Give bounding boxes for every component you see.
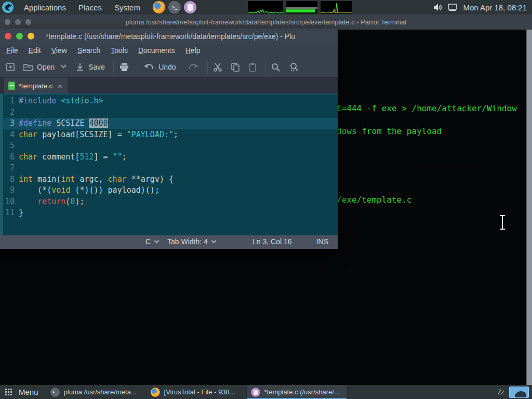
code-text [15,107,19,118]
volume-icon[interactable] [433,2,443,12]
code-line[interactable]: 3#define SCSIZE 4000 [3,118,338,129]
undo-button[interactable]: Undo [143,63,176,71]
terminal-launcher-icon[interactable]: >_ [168,1,181,14]
line-number: 11 [3,207,15,219]
taskbar-task[interactable]: >_pluma /usr/share/meta... [46,385,146,399]
tab-template-c[interactable]: *template.c × [4,78,68,94]
tab-bar: *template.c × [0,77,338,94]
pluma-statusbar: C Tab Width: 4 Ln 3, Col 16 INS [0,235,338,249]
redo-button[interactable] [188,63,199,71]
new-document-button[interactable] [5,62,16,72]
workspace-switcher[interactable] [509,387,529,398]
pluma-titlebar[interactable]: *template.c (/usr/share/metasploit-frame… [0,29,338,44]
task-label: [VirusTotal - File - 938... [164,388,235,396]
menu-help[interactable]: Help [180,45,206,56]
code-line[interactable]: 5 [3,140,338,152]
save-button[interactable]: Save [75,62,105,72]
line-number: 6 [3,152,15,163]
menu-button[interactable]: Menu [0,385,46,399]
code-editor[interactable]: 1#include <stdio.h>23#define SCSIZE 4000… [0,94,338,235]
code-text: char comment[512] = ""; [15,152,127,163]
taskbar-task[interactable]: *template.c (/usr/share/... [246,385,347,399]
line-number: 8 [3,174,15,185]
line-number: 4 [3,129,15,141]
grid-icon [5,389,12,396]
language-selector[interactable]: C [145,237,158,246]
code-line[interactable]: 10 return(0); [3,196,338,208]
find-replace-button[interactable] [289,62,299,72]
menu-file[interactable]: File [1,45,23,56]
network-graph[interactable] [321,1,352,14]
tab-width-selector[interactable]: Tab Width: 4 [167,237,216,246]
print-button[interactable] [119,62,129,72]
menu-search[interactable]: Search [72,45,105,56]
code-line[interactable]: 9 (*(void (*)()) payload)(); [3,185,338,196]
line-number: 2 [3,107,15,118]
pluma-window: *template.c (/usr/share/metasploit-frame… [0,29,338,249]
code-text: char payload[SCSIZE] = "PAYLOAD:"; [15,129,178,141]
code-text: (*(void (*)()) payload)(); [15,185,159,196]
line-number: 3 [3,118,15,129]
pluma-icon [251,388,260,397]
pluma-menubar: FileEditViewSearchToolsDocumentsHelp [0,44,338,57]
pluma-toolbar: Open Save Undo [0,57,338,77]
terminal-output-line: /exe/template.c [337,195,412,205]
firefox-launcher-icon[interactable] [153,1,165,14]
code-text [15,140,19,152]
cpu-graph[interactable] [248,1,283,14]
taskbar-task[interactable]: [VirusTotal - File - 938... [146,385,246,399]
code-line[interactable]: 1#include <stdio.h> [3,96,338,107]
document-icon [8,82,15,90]
open-button[interactable]: Open [23,62,55,72]
menu-tools[interactable]: Tools [105,45,133,56]
terminal-icon: >_ [50,388,60,397]
code-text: return(0); [15,196,84,208]
terminal-scrollbar[interactable] [526,30,532,385]
terminal-output-line: t=444 -f exe > /home/attacker/Window [337,103,517,113]
terminal-output-line: dows from the payload [337,126,442,136]
memory-graph[interactable] [286,1,317,14]
cursor-position: Ln 3, Col 16 [252,237,292,246]
paste-button[interactable] [248,62,257,72]
firefox-icon [151,388,160,397]
desktop: pluma /usr/share/metasploit-framework/da… [0,0,532,399]
pluma-title: *template.c (/usr/share/metasploit-frame… [46,32,295,41]
code-line[interactable]: 6char comment[512] = ""; [3,152,338,163]
open-dropdown-chevron-icon[interactable] [61,62,66,68]
clock[interactable]: Mon Apr 18, 08:21 [463,3,527,12]
close-button[interactable] [5,33,11,39]
panel-menu-system[interactable]: System [108,0,147,15]
line-number: 7 [3,163,15,174]
taskbar: Menu >_pluma /usr/share/meta...[VirusTot… [0,385,532,399]
terminal-title: pluma /usr/share/metasploit-framework/da… [0,18,532,26]
menu-edit[interactable]: Edit [23,45,46,56]
cut-button[interactable] [213,62,222,72]
display-icon[interactable] [447,2,458,12]
terminal-titlebar[interactable]: pluma /usr/share/metasploit-framework/da… [0,15,532,30]
maximize-button[interactable] [16,33,23,39]
task-label: *template.c (/usr/share/... [264,388,340,396]
top-panel: ApplicationsPlacesSystem >_ Mon Apr 18, … [0,0,532,15]
parrot-logo-icon[interactable] [2,2,14,13]
code-line[interactable]: 7 [3,163,338,174]
menu-view[interactable]: View [46,45,72,56]
code-line[interactable]: 4char payload[SCSIZE] = "PAYLOAD:"; [3,129,338,141]
menu-documents[interactable]: Documents [133,45,180,56]
tab-close-icon[interactable]: × [58,82,62,90]
code-line[interactable]: 2 [3,107,338,118]
code-text [15,163,19,174]
text-cursor [499,215,506,230]
panel-menu-places[interactable]: Places [72,0,108,15]
line-number: 10 [3,196,15,208]
keyboard-indicator[interactable]: Zz [498,389,504,396]
line-number: 1 [3,96,15,107]
minimize-button[interactable] [28,33,34,39]
task-label: pluma /usr/share/meta... [64,388,137,396]
document-launcher-icon[interactable] [184,1,196,14]
panel-menu-applications[interactable]: Applications [18,0,72,15]
copy-button[interactable] [231,62,240,72]
code-text: int main(int argc, char **argv) { [15,174,174,185]
code-line[interactable]: 11} [3,207,338,219]
find-button[interactable] [271,62,281,72]
code-line[interactable]: 8int main(int argc, char **argv) { [3,174,338,185]
